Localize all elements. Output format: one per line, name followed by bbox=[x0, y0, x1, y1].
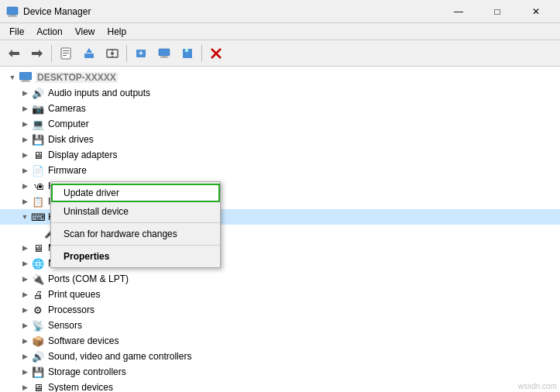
menu-view[interactable]: View bbox=[69, 25, 101, 39]
tree-item-cameras[interactable]: ▶ 📷 Cameras bbox=[0, 101, 560, 116]
expand-display[interactable]: ▶ bbox=[19, 149, 31, 161]
ctx-scan-hardware[interactable]: Scan for hardware changes bbox=[51, 225, 220, 243]
tree-item-storage[interactable]: ▶ 💾 Storage controllers bbox=[0, 364, 560, 380]
disk-toolbar-button[interactable] bbox=[177, 43, 198, 64]
scan-toolbar-button[interactable] bbox=[101, 43, 123, 64]
menu-help[interactable]: Help bbox=[101, 25, 133, 39]
forward-button[interactable] bbox=[26, 43, 48, 64]
expand-mic[interactable] bbox=[31, 226, 43, 239]
expand-ide[interactable]: ▶ bbox=[19, 195, 31, 208]
tree-item-audio[interactable]: ▶ 🔊 Audio inputs and outputs bbox=[0, 85, 560, 101]
computer-toolbar-button[interactable] bbox=[153, 43, 175, 64]
tree-label-sensors: Sensors bbox=[48, 320, 82, 331]
maximize-button[interactable]: □ bbox=[479, 1, 515, 22]
display-icon: 🖥 bbox=[31, 149, 45, 161]
expand-root[interactable]: ▼ bbox=[6, 71, 19, 84]
ports-icon: 🔌 bbox=[31, 273, 45, 285]
tree-label-cameras: Cameras bbox=[48, 103, 86, 114]
svg-rect-21 bbox=[160, 57, 168, 57]
expand-software[interactable]: ▶ bbox=[19, 335, 31, 347]
ctx-separator-2 bbox=[51, 245, 220, 246]
system-icon: 🖥 bbox=[31, 381, 45, 392]
tree-label-system: System devices bbox=[48, 382, 113, 392]
update-driver-toolbar-button[interactable] bbox=[78, 43, 100, 64]
toolbar-separator-1 bbox=[51, 45, 52, 62]
toolbar-separator-3 bbox=[201, 45, 202, 62]
expand-storage[interactable]: ▶ bbox=[19, 366, 31, 378]
window-controls[interactable]: — □ ✕ bbox=[441, 1, 554, 22]
expand-hid[interactable]: ▶ bbox=[19, 180, 31, 192]
window-title: Device Manager bbox=[23, 6, 441, 17]
computer-icon bbox=[19, 71, 33, 84]
expand-keyboards[interactable]: ▼ bbox=[19, 211, 31, 223]
expand-sound[interactable]: ▶ bbox=[19, 350, 31, 363]
print-icon: 🖨 bbox=[31, 288, 45, 301]
tree-label-sound: Sound, video and game controllers bbox=[48, 351, 191, 362]
main-content: APPUALS ▼ DESKTOP-XXXXX ▶ 🔊 Audio inputs… bbox=[0, 67, 560, 392]
svg-rect-6 bbox=[32, 52, 39, 55]
svg-rect-2 bbox=[8, 15, 17, 16]
tree-label-display: Display adapters bbox=[48, 150, 117, 160]
tree-item-disk[interactable]: ▶ 💾 Disk drives bbox=[0, 132, 560, 147]
svg-rect-23 bbox=[185, 49, 188, 52]
ide-icon: 📋 bbox=[31, 195, 45, 208]
svg-marker-5 bbox=[39, 50, 43, 57]
tree-item-processors[interactable]: ▶ ⚙ Processors bbox=[0, 302, 560, 318]
context-menu: Update driver Uninstall device Scan for … bbox=[50, 181, 221, 268]
tree-item-sound[interactable]: ▶ 🔊 Sound, video and game controllers bbox=[0, 349, 560, 364]
tree-label-processors: Processors bbox=[48, 304, 94, 315]
tree-item-ports[interactable]: ▶ 🔌 Ports (COM & LPT) bbox=[0, 271, 560, 287]
uninstall-toolbar-button[interactable] bbox=[205, 43, 227, 64]
minimize-button[interactable]: — bbox=[441, 1, 476, 22]
svg-point-14 bbox=[111, 52, 114, 55]
svg-rect-8 bbox=[63, 50, 69, 51]
expand-print[interactable]: ▶ bbox=[19, 288, 31, 301]
device-tree[interactable]: ▼ DESKTOP-XXXXX ▶ 🔊 Audio inputs and out… bbox=[0, 67, 560, 392]
add-toolbar-button[interactable]: + bbox=[130, 43, 152, 64]
tree-item-firmware[interactable]: ▶ 📄 Firmware bbox=[0, 163, 560, 178]
back-button[interactable] bbox=[3, 43, 25, 64]
svg-rect-4 bbox=[12, 52, 19, 55]
expand-ne[interactable]: ▶ bbox=[19, 257, 31, 270]
tree-label-ports: Ports (COM & LPT) bbox=[48, 273, 129, 284]
svg-rect-1 bbox=[9, 15, 15, 16]
svg-rect-0 bbox=[7, 7, 18, 15]
tree-item-print[interactable]: ▶ 🖨 Print queues bbox=[0, 287, 560, 302]
menu-action[interactable]: Action bbox=[30, 25, 68, 39]
expand-firmware[interactable]: ▶ bbox=[19, 164, 31, 177]
cameras-icon: 📷 bbox=[31, 102, 45, 115]
expand-system[interactable]: ▶ bbox=[19, 381, 31, 392]
tree-item-system[interactable]: ▶ 🖥 System devices bbox=[0, 380, 560, 392]
firmware-icon: 📄 bbox=[31, 164, 45, 177]
ctx-update-driver[interactable]: Update driver bbox=[51, 184, 220, 202]
ctx-properties[interactable]: Properties bbox=[51, 247, 220, 266]
tree-label-disk: Disk drives bbox=[48, 134, 94, 145]
menu-bar: File Action View Help bbox=[0, 23, 560, 40]
tree-item-computer[interactable]: ▶ 💻 Computer bbox=[0, 116, 560, 132]
close-button[interactable]: ✕ bbox=[518, 1, 554, 22]
svg-rect-28 bbox=[21, 81, 30, 82]
expand-computer[interactable]: ▶ bbox=[19, 118, 31, 130]
software-icon: 📦 bbox=[31, 335, 45, 347]
tree-root[interactable]: ▼ DESKTOP-XXXXX bbox=[0, 70, 560, 85]
ctx-uninstall-device[interactable]: Uninstall device bbox=[51, 202, 220, 221]
audio-icon: 🔊 bbox=[31, 87, 45, 99]
expand-disk[interactable]: ▶ bbox=[19, 133, 31, 146]
expand-audio[interactable]: ▶ bbox=[19, 87, 31, 99]
tree-label-firmware: Firmware bbox=[48, 165, 87, 176]
ctx-separator-1 bbox=[51, 222, 220, 223]
expand-ports[interactable]: ▶ bbox=[19, 273, 31, 285]
svg-text:+: + bbox=[139, 49, 143, 57]
expand-mo[interactable]: ▶ bbox=[19, 242, 31, 254]
expand-sensors[interactable]: ▶ bbox=[19, 319, 31, 332]
menu-file[interactable]: File bbox=[3, 25, 30, 39]
toolbar-separator-2 bbox=[126, 45, 127, 62]
tree-item-display[interactable]: ▶ 🖥 Display adapters bbox=[0, 147, 560, 163]
properties-toolbar-button[interactable] bbox=[55, 43, 77, 64]
tree-item-software[interactable]: ▶ 📦 Software devices bbox=[0, 333, 560, 349]
expand-cameras[interactable]: ▶ bbox=[19, 102, 31, 115]
toolbar: + bbox=[0, 40, 560, 67]
tree-item-sensors[interactable]: ▶ 📡 Sensors bbox=[0, 318, 560, 333]
tree-label-print: Print queues bbox=[48, 289, 100, 300]
expand-processors[interactable]: ▶ bbox=[19, 304, 31, 316]
